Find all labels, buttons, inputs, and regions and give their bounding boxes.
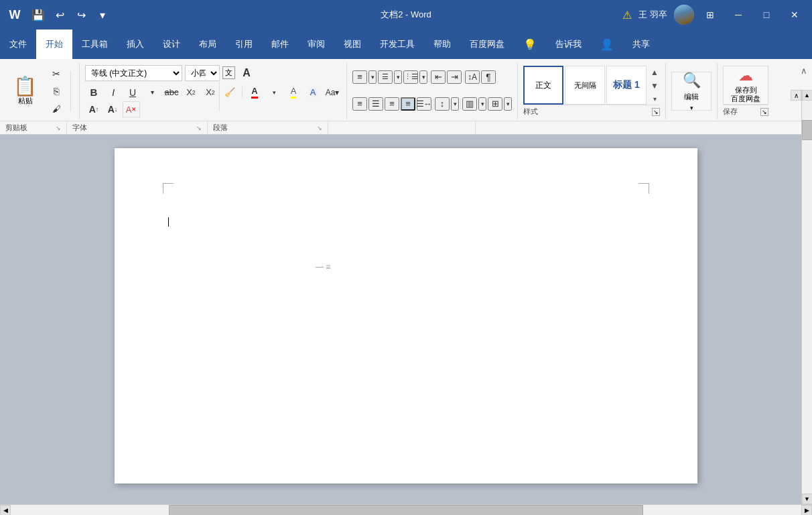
wen-button[interactable]: 文 [222,66,235,79]
ribbon-top-arrow-button[interactable]: ∧ [791,90,801,101]
shrink-font-button[interactable]: A↓ [104,101,121,117]
font-color-button[interactable]: A [246,84,263,101]
superscript-button[interactable]: X2 [202,84,219,101]
menu-baidu[interactable]: 百度网盘 [460,30,514,59]
menu-help[interactable]: 帮助 [424,30,460,59]
styles-scroll-up[interactable]: ▲ [649,66,660,79]
menu-mail[interactable]: 邮件 [262,30,298,59]
clipboard-expand-arrow[interactable]: ↘ [56,125,61,131]
save-expand-icon[interactable]: ↘ [760,108,768,116]
grow-font-button[interactable]: A↑ [85,101,103,117]
menu-share-icon[interactable]: 👤 [591,30,623,59]
edit-button[interactable]: 🔍 编辑 ▾ [671,72,712,111]
word-logo-icon: W [5,5,24,24]
text-effect-button[interactable]: A [304,84,322,101]
text-area[interactable] [168,215,169,227]
save-icon: 💾 [31,9,45,21]
close-button[interactable]: ✕ [783,3,807,27]
menu-tools[interactable]: 工具箱 [72,30,117,59]
menu-lightbulb[interactable]: 💡 [514,30,546,59]
h-scroll-thumb[interactable] [169,505,643,516]
ribbon-collapse-button[interactable]: ∧ [799,64,809,77]
underline-button[interactable]: U [124,84,141,101]
maximize-button[interactable]: □ [754,3,779,27]
menu-view[interactable]: 视图 [334,30,370,59]
clear-format-button[interactable]: 🧹 [221,84,239,101]
styles-expand[interactable]: ▾ [649,93,660,105]
style-normal[interactable]: 正文 [523,66,563,105]
menu-review[interactable]: 审阅 [298,30,334,59]
show-marks-button[interactable]: ¶ [481,70,496,84]
bullet-dropdown[interactable]: ▾ [368,70,377,84]
menu-insert[interactable]: 插入 [117,30,153,59]
v-scroll-down-button[interactable]: ▼ [802,494,813,504]
highlight-button[interactable]: A [285,84,302,101]
paragraph-expand-arrow[interactable]: ↘ [317,125,322,131]
sort-button[interactable]: ↕A [465,70,480,84]
align-right-button[interactable]: ≡ [385,97,399,111]
border-dropdown[interactable]: ▾ [504,97,512,111]
font-name-selector[interactable]: 等线 (中文正文) [85,65,182,81]
shading-button[interactable]: ▥ [462,97,477,111]
font-a-icon: A [251,86,257,99]
font-color-dropdown[interactable]: ▾ [265,84,283,101]
menu-home[interactable]: 开始 [36,30,72,59]
style-no-spacing[interactable]: 无间隔 [565,66,605,105]
h-scroll-left-button[interactable]: ◀ [0,505,11,516]
line-spacing-dropdown[interactable]: ▾ [451,97,459,111]
menu-references[interactable]: 引用 [226,30,262,59]
decrease-indent-button[interactable]: ⇤ [431,70,446,84]
cut-button[interactable]: ✂ [48,66,65,82]
distribute-button[interactable]: ☰↔ [417,97,431,111]
big-a-button[interactable]: A [238,65,255,81]
paste-button[interactable]: 📋 粘贴 [8,76,42,107]
underline-dropdown[interactable]: ▾ [143,84,161,101]
numbered-list-button[interactable]: ☰ [378,70,393,84]
copy-button[interactable]: ⎘ [48,83,65,99]
document-page[interactable]: — ≡ [115,148,697,483]
increase-indent-button[interactable]: ⇥ [447,70,462,84]
italic-button[interactable]: I [105,84,122,101]
case-button[interactable]: Aa▾ [324,84,341,101]
font-expand-arrow[interactable]: ↘ [196,125,202,131]
multilevel-dropdown[interactable]: ▾ [419,70,427,84]
font-format-row: B I U ▾ abc X2 X2 🧹 A ▾ A A [85,84,341,101]
minimize-button[interactable]: ─ [726,3,750,27]
menu-file[interactable]: 文件 [0,30,36,59]
styles-arrows: ▲ ▼ ▾ [649,66,660,105]
align-left-button[interactable]: ≡ [352,97,367,111]
font-group: 等线 (中文正文) 小四 文 A B I U ▾ abc X2 X2 🧹 [80,63,347,119]
align-center-button[interactable]: ☰ [368,97,383,111]
menu-share[interactable]: 共享 [623,30,659,59]
customize-qat-button[interactable]: ▾ [92,5,113,25]
font-size-selector[interactable]: 小四 [185,65,220,81]
undo-button[interactable]: ↩ [50,5,70,25]
bullet-list-button[interactable]: ≡ [352,70,367,84]
windows-icon-button[interactable]: ⊞ [698,3,722,27]
user-avatar[interactable] [674,5,694,25]
styles-expand-icon[interactable]: ↘ [652,108,660,116]
v-scroll-thumb[interactable] [802,120,813,140]
bold-button[interactable]: B [85,84,103,101]
save-baidu-button[interactable]: ☁ 保存到百度网盘 [723,66,768,105]
menu-developer[interactable]: 开发工具 [370,30,424,59]
line-spacing-button[interactable]: ↕ [435,97,450,111]
quick-save-button[interactable]: 💾 [28,5,48,25]
v-scroll-up-button[interactable]: ▲ [802,90,813,101]
format-painter-button[interactable]: 🖌 [48,101,65,117]
h-scroll-right-button[interactable]: ▶ [801,505,812,516]
clear-format2-button[interactable]: A✕ [123,101,140,117]
menu-design[interactable]: 设计 [153,30,190,59]
styles-scroll-down[interactable]: ▼ [649,79,660,93]
subscript-button[interactable]: X2 [182,84,200,101]
menu-layout[interactable]: 布局 [190,30,226,59]
justify-button[interactable]: ≡ [401,97,415,111]
numbered-dropdown[interactable]: ▾ [394,70,402,84]
menu-tellme[interactable]: 告诉我 [546,30,591,59]
shading-dropdown[interactable]: ▾ [478,97,486,111]
multilevel-button[interactable]: ⋮☰ [403,70,418,84]
strikethrough-button[interactable]: abc [163,84,180,101]
style-heading1[interactable]: 标题 1 [606,66,647,105]
border-button[interactable]: ⊞ [488,97,502,111]
redo-button[interactable]: ↪ [71,5,91,25]
